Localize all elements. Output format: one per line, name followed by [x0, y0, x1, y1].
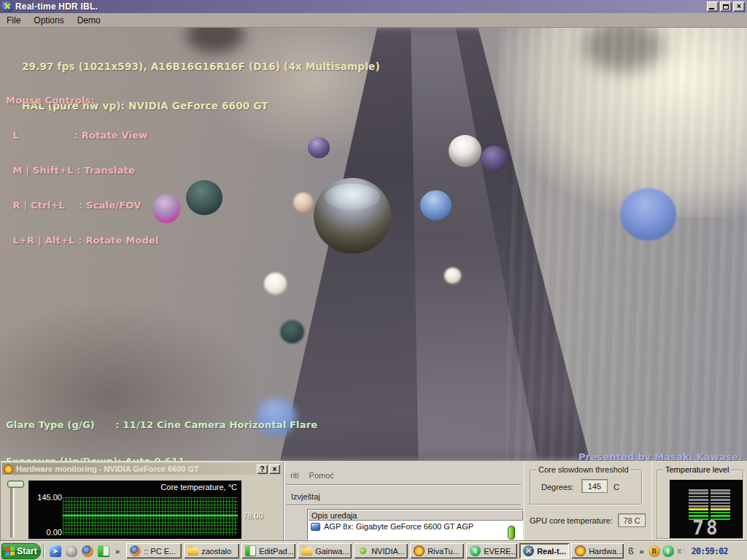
- app-icon: ✕: [2, 1, 12, 12]
- menu-options[interactable]: Options: [27, 14, 70, 27]
- degrees-input[interactable]: 145: [581, 479, 608, 493]
- taskbar-button-zaostalo[interactable]: zaostalo: [184, 543, 239, 559]
- green-slider-thumb[interactable]: [508, 526, 515, 540]
- bottom-panels: Hardware monitoring - NVIDIA GeForce 660…: [0, 461, 747, 541]
- sphere: [264, 273, 287, 295]
- everest-info-icon: i: [470, 545, 481, 556]
- taskbar-button-label: EditPad...: [259, 547, 294, 556]
- device-name: AGP 8x: Gigabyte GeForce 6600 GT AGP: [324, 522, 473, 531]
- taskbar-button-label: zaostalo: [201, 547, 231, 556]
- report-label[interactable]: Izvještaj: [291, 492, 320, 501]
- tray-bsplayer-icon[interactable]: B: [649, 545, 660, 557]
- graph-current-line: [63, 515, 238, 516]
- graph-current-value: 78.00: [243, 511, 263, 520]
- volume-icon[interactable]: [676, 545, 688, 557]
- hw-window-title: Hardware monitoring - NVIDIA GeForce 660…: [16, 464, 199, 473]
- taskbar-button-gainward[interactable]: Gainwa...: [298, 543, 352, 559]
- tray-everest-icon[interactable]: i: [662, 545, 674, 557]
- sphere-large: [314, 178, 391, 254]
- taskbar-button-label: :: PC E...: [144, 547, 176, 556]
- taskbar-button-nvidia[interactable]: NVIDIA...: [354, 543, 408, 559]
- taskbar-button-label: Hardwa...: [589, 547, 623, 556]
- scene-streaks: [506, 28, 747, 461]
- divider: [43, 544, 44, 559]
- taskbar-button-editpad[interactable]: EditPad...: [241, 543, 295, 559]
- sphere: [280, 320, 304, 343]
- maximize-icon: [723, 4, 729, 9]
- menu-help[interactable]: Pomoć: [309, 471, 334, 480]
- close-button[interactable]: ×: [733, 1, 745, 12]
- start-button[interactable]: Start: [1, 543, 41, 559]
- mouse-controls-title: Mouse Controls:: [6, 95, 159, 106]
- graph-scale-slider-handle[interactable]: [7, 481, 24, 488]
- graph-y-max: 145.00: [36, 493, 62, 502]
- folder-icon: [187, 548, 198, 556]
- status-line: Glare Type (g/G) : 11/12 Cine Camera Hor…: [6, 419, 317, 432]
- divider: [286, 484, 521, 486]
- taskbar-button-rivatuner[interactable]: RivaTu...: [410, 543, 464, 559]
- taskbar-button-label: RivaTu...: [427, 547, 460, 556]
- menu-partial[interactable]: riti: [290, 471, 299, 480]
- gear-icon: [4, 464, 13, 474]
- close-icon: ×: [737, 3, 741, 10]
- sphere: [308, 137, 330, 158]
- graph-scale-slider-track[interactable]: [10, 488, 15, 537]
- taskbar-button-label: Gainwa...: [315, 547, 349, 556]
- menu-demo[interactable]: Demo: [71, 14, 107, 27]
- device-list-header[interactable]: Opis uređaja: [308, 510, 523, 521]
- hw-titlebar[interactable]: Hardware monitoring - NVIDIA GeForce 660…: [2, 463, 282, 475]
- tray-chevron-icon[interactable]: »: [638, 547, 645, 556]
- folder-icon: [301, 548, 312, 556]
- firefox-launch-icon[interactable]: [82, 545, 93, 557]
- device-list-row[interactable]: AGP 8x: Gigabyte GeForce 6600 GT AGP: [308, 521, 523, 532]
- mouse-controls-line: R | Ctrl+L : Scale/FOV: [6, 200, 159, 211]
- taskbar-button-pce[interactable]: :: PC E...: [126, 543, 182, 559]
- 3d-viewport[interactable]: 29.97 fps (1021x593), A16B16G16R16F (D16…: [0, 28, 747, 461]
- mouse-controls-line: M | Shift+L : Translate: [6, 165, 159, 176]
- core-slowdown-groupbox: Core slowdown threshold Degrees: 145 C: [530, 470, 642, 505]
- hardware-monitoring-window: Hardware monitoring - NVIDIA GeForce 660…: [0, 461, 284, 541]
- titlebar[interactable]: ✕ Real-time HDR IBL. ×: [0, 0, 747, 13]
- hdr-app-icon: ✕: [523, 545, 534, 556]
- sphere: [449, 135, 481, 167]
- taskbar-button-label: NVIDIA...: [371, 547, 405, 556]
- gpu-temp-label: GPU core temperature:: [530, 516, 613, 525]
- rivatuner-gear-icon: [414, 545, 425, 556]
- groupbox-title: Core slowdown threshold: [536, 465, 631, 474]
- temperature-groupbox: Temperature level 78: [657, 470, 743, 539]
- taskbar-button-everest[interactable]: i EVERE...: [466, 543, 517, 559]
- sphere: [293, 192, 313, 212]
- menu-file[interactable]: File: [0, 14, 27, 27]
- editpad-launch-icon[interactable]: [98, 545, 109, 557]
- minimize-button[interactable]: [707, 1, 719, 12]
- windows-flag-icon: [5, 546, 15, 556]
- taskbar-clock: 20:59:02: [690, 546, 731, 556]
- graph-y-min: 0.00: [36, 528, 62, 537]
- sphere: [444, 268, 461, 284]
- mouse-controls-line: L : Rotate View: [6, 130, 159, 141]
- core-slowdown-panel: Core slowdown threshold Degrees: 145 C G…: [524, 461, 651, 541]
- groupbox-title: Temperature level: [663, 465, 731, 474]
- taskbar-button-realtime-hdr[interactable]: ✕ Real-t...: [519, 543, 569, 559]
- quick-launch-chevron-icon[interactable]: »: [114, 547, 121, 556]
- hw-help-button[interactable]: ?: [257, 464, 268, 474]
- ie-launch-icon[interactable]: ➤: [50, 545, 61, 557]
- taskbar-button-hardware-monitor[interactable]: Hardwa...: [571, 543, 624, 559]
- nvidia-icon: [357, 545, 368, 556]
- temperature-value: 78: [670, 518, 743, 537]
- app-launch-icon[interactable]: [66, 545, 77, 557]
- hw-close-button[interactable]: ×: [269, 464, 280, 474]
- menubar: File Options Demo: [0, 13, 747, 28]
- status-line: Exposure (Up/Down): Auto 0.611: [6, 456, 317, 462]
- mouse-controls-help: Mouse Controls: L : Rotate View M | Shif…: [6, 71, 159, 270]
- device-icon: [311, 523, 320, 531]
- minimize-icon: [709, 8, 714, 9]
- maximize-button[interactable]: [720, 1, 732, 12]
- taskbar-button-label: EVERE...: [484, 547, 517, 556]
- gpu-temp-value: 78 C: [618, 513, 646, 527]
- gear-icon: [575, 545, 586, 556]
- degrees-unit: C: [614, 483, 619, 491]
- device-report-window: riti Pomoć Izvještaj Opis uređaja AGP 8x…: [284, 461, 524, 541]
- window-title: Real-time HDR IBL.: [15, 1, 98, 12]
- desktop: ✕ Real-time HDR IBL. × File Options Demo: [0, 0, 747, 560]
